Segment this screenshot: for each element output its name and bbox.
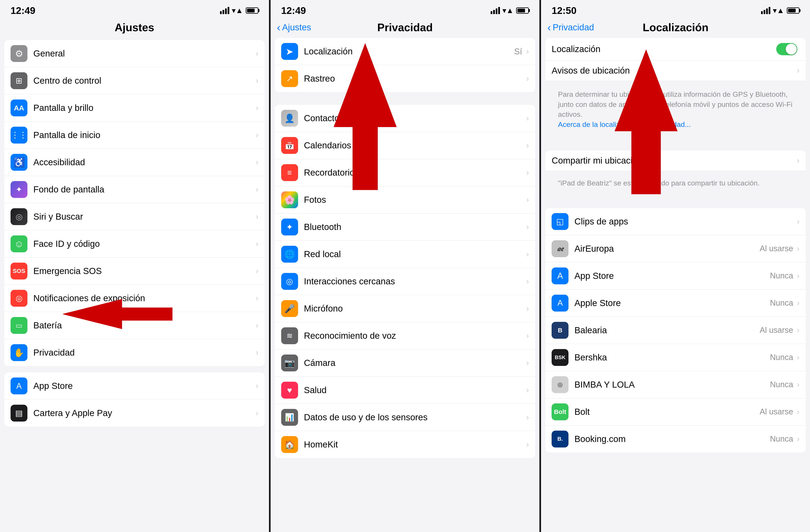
list-item-app-store[interactable]: A App Store › [4, 372, 265, 400]
list-item-clips[interactable]: ◱ Clips de apps › [545, 208, 806, 235]
back-chevron-3: ‹ [547, 21, 551, 34]
localizacion-toggle-row[interactable]: Localización [545, 38, 806, 61]
label-balearia: Balearia [574, 325, 760, 335]
list-item-camara[interactable]: 📷 Cámara › [275, 349, 535, 377]
list-item-calendarios[interactable]: 📅 Calendarios › [275, 132, 535, 159]
icon-emergencia: SOS [11, 263, 28, 280]
list-item-booking[interactable]: B. Booking.com Nunca › [545, 426, 806, 452]
list-item-centro-control[interactable]: ⊞ Centro de control › [4, 67, 265, 95]
value-apple-store: Nunca [770, 298, 793, 307]
list-item-datos-sensores[interactable]: 📊 Datos de uso y de los sensores › [275, 404, 535, 431]
icon-bershka: BSK [552, 349, 568, 366]
back-button-2[interactable]: ‹ Ajustes [277, 21, 311, 34]
list-item-pantalla-inicio[interactable]: ⋮⋮ Pantalla de inicio › [4, 122, 265, 149]
list-item-contactos[interactable]: 👤 Contactos › [275, 105, 535, 132]
localizacion-toggle[interactable] [776, 43, 797, 55]
list-item-accesibilidad[interactable]: ♿ Accesibilidad › [4, 149, 265, 176]
avisos-ubicacion-row[interactable]: Avisos de ubicación › [545, 61, 806, 81]
list-item-red-local[interactable]: 🌐 Red local › [275, 241, 535, 268]
chevron-localizacion: › [526, 47, 529, 56]
list-item-homekit[interactable]: 🏠 HomeKit › [275, 431, 535, 458]
label-centro-control: Centro de control [33, 76, 254, 86]
list-item-cartera[interactable]: ▤ Cartera y Apple Pay › [4, 400, 265, 427]
list-item-interacciones[interactable]: ◎ Interacciones cercanas › [275, 268, 535, 295]
list-item-bershka[interactable]: BSK Bershka Nunca › [545, 344, 806, 371]
avisos-label: Avisos de ubicación [552, 66, 795, 76]
panel-privacidad: 12:49 ▾▲ ‹ Ajustes Privacidad [271, 0, 541, 532]
panel-localizacion: 12:50 ▾▲ ‹ Privacidad Localización Loca [541, 0, 810, 532]
list-item-balearia[interactable]: B Balearia Al usarse › [545, 317, 806, 344]
chevron-clips: › [797, 217, 799, 226]
value-aireuropa: Al usarse [760, 244, 793, 253]
description-link[interactable]: Acerca de la localización y la privacida… [558, 120, 691, 128]
icon-contactos: 👤 [281, 110, 298, 127]
back-button-3[interactable]: ‹ Privacidad [547, 21, 594, 34]
list-item-face-id[interactable]: ☺ Face ID y código › [4, 230, 265, 257]
list-item-bolt[interactable]: Bolt Bolt Al usarse › [545, 398, 806, 426]
list-item-fotos[interactable]: 🌸 Fotos › [275, 186, 535, 214]
list-item-rastreo[interactable]: ↗ Rastreo › [275, 65, 535, 92]
icon-aireuropa: 𝖆𝖊 [552, 240, 568, 257]
label-rastreo: Rastreo [304, 73, 524, 84]
wifi-icon-2: ▾▲ [502, 6, 514, 15]
icon-salud: ♥ [281, 382, 298, 399]
list-item-bimba[interactable]: ◎ BIMBA Y LOLA Nunca › [545, 371, 806, 398]
battery-icon [246, 7, 258, 14]
chevron-exposicion: › [256, 294, 258, 303]
list-item-app-store-loc[interactable]: A App Store Nunca › [545, 262, 806, 289]
list-item-exposicion[interactable]: ◎ Notificaciones de exposición › [4, 285, 265, 312]
label-fondo-pantalla: Fondo de pantalla [33, 184, 254, 195]
chevron-fondo-pantalla: › [256, 185, 258, 194]
page-title-3: Localización [643, 21, 709, 34]
list-item-bluetooth[interactable]: ✦ Bluetooth › [275, 214, 535, 241]
privacidad-section-mid: 👤 Contactos › 📅 Calendarios › ≡ Recordat… [275, 105, 535, 458]
list-item-apple-store[interactable]: A Apple Store Nunca › [545, 289, 806, 317]
chevron-cartera: › [256, 409, 258, 418]
icon-cartera: ▤ [11, 405, 28, 421]
label-bimba: BIMBA Y LOLA [574, 380, 770, 390]
list-item-general[interactable]: ⚙ General › [4, 40, 265, 67]
label-bateria: Batería [33, 320, 254, 331]
list-item-privacidad[interactable]: ✋ Privacidad › [4, 339, 265, 366]
icon-apple-store: A [552, 295, 568, 312]
compartir-desc-block: "iPad de Beatriz" se está utilizando par… [545, 171, 806, 195]
chevron-bluetooth: › [526, 222, 529, 231]
label-pantalla-inicio: Pantalla de inicio [33, 130, 254, 140]
compartir-row[interactable]: Compartir mi ubicación › [545, 150, 806, 171]
chevron-booking: › [797, 435, 799, 444]
list-item-microfono[interactable]: 🎤 Micrófono › [275, 295, 535, 322]
icon-bimba: ◎ [552, 376, 568, 393]
label-calendarios: Calendarios [304, 140, 524, 150]
page-title-1: Ajustes [115, 21, 154, 34]
panel-ajustes: 12:49 ▾▲ Ajustes ⚙ General [0, 0, 271, 532]
list-item-bateria[interactable]: ▭ Batería › [4, 312, 265, 339]
nav-bar-1: Ajustes [0, 19, 269, 38]
chevron-fotos: › [526, 195, 529, 204]
settings-section-1: ⚙ General › ⊞ Centro de control › AA Pan… [4, 40, 265, 366]
list-item-pantalla-brillo[interactable]: AA Pantalla y brillo › [4, 95, 265, 122]
list-item-aireuropa[interactable]: 𝖆𝖊 AirEuropa Al usarse › [545, 235, 806, 262]
list-item-reconocimiento[interactable]: ≋ Reconocimiento de voz › [275, 322, 535, 349]
icon-bateria: ▭ [11, 317, 28, 334]
status-icons-1: ▾▲ [220, 6, 258, 15]
list-item-emergencia[interactable]: SOS Emergencia SOS › [4, 257, 265, 285]
list-item-fondo-pantalla[interactable]: ✦ Fondo de pantalla › [4, 176, 265, 203]
chevron-compartir: › [797, 156, 799, 165]
label-pantalla-brillo: Pantalla y brillo [33, 103, 254, 113]
list-item-siri[interactable]: ◎ Siri y Buscar › [4, 203, 265, 230]
list-item-salud[interactable]: ♥ Salud › [275, 377, 535, 404]
chevron-rastreo: › [526, 74, 529, 83]
icon-general: ⚙ [11, 45, 28, 62]
status-icons-3: ▾▲ [761, 6, 799, 15]
icon-pantalla-inicio: ⋮⋮ [11, 127, 28, 144]
list-item-localizacion[interactable]: ➤ Localización Sí › [275, 38, 535, 65]
wifi-icon: ▾▲ [232, 6, 243, 15]
back-chevron-2: ‹ [277, 21, 280, 34]
chevron-aireuropa: › [797, 244, 799, 253]
chevron-recordatorios: › [526, 168, 529, 177]
value-bolt: Al usarse [760, 407, 793, 416]
compartir-section: Compartir mi ubicación › "iPad de Beatri… [545, 150, 806, 195]
back-label-2: Ajustes [282, 22, 311, 32]
wifi-icon-3: ▾▲ [773, 6, 784, 15]
list-item-recordatorios[interactable]: ≡ Recordatorios › [275, 159, 535, 186]
